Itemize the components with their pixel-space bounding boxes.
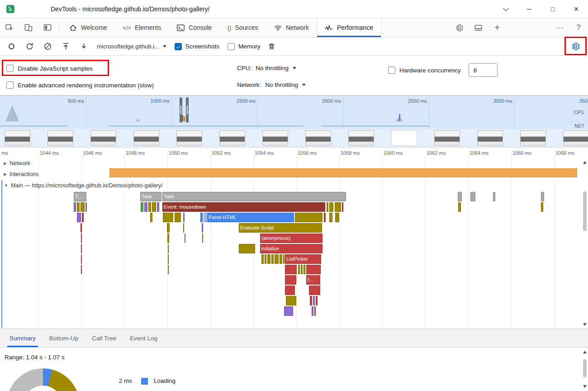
flame-bar[interactable] [200,213,203,222]
record-button[interactable] [5,40,18,53]
scroll-up-icon[interactable] [583,351,587,353]
flame-bar[interactable] [327,202,328,212]
track-main[interactable]: ▼ Main — https://microsoftedge.github.io… [4,182,163,189]
scroll-up-icon[interactable] [583,161,587,164]
tab-network[interactable]: Network [266,18,317,37]
flame-bar[interactable]: Evaluate Script [239,223,322,233]
focus-page-button[interactable] [38,18,57,37]
screenshot-thumbnail[interactable] [434,130,460,146]
flame-bar[interactable] [185,234,185,243]
selection-handle-right[interactable] [186,97,189,123]
memory-option[interactable]: Memory [228,43,261,50]
minimize-button[interactable]: ─ [517,0,541,18]
screenshot-thumbnail[interactable] [305,130,331,146]
advanced-rendering-option[interactable]: Enable advanced rendering instrumentatio… [6,81,154,89]
flame-bar[interactable] [168,244,169,253]
flame-bar[interactable] [85,202,87,212]
flame-bar[interactable] [285,286,295,295]
memory-checkbox[interactable] [228,43,235,50]
tab-event-log[interactable]: Event Log [123,329,164,347]
flame-bar[interactable] [81,202,85,212]
scrollbar-thumb[interactable] [583,191,587,231]
disable-js-samples-option[interactable]: Disable JavaScript samples [6,65,93,72]
flame-bar[interactable] [81,254,82,264]
device-emulation-button[interactable] [19,18,38,37]
flame-bar[interactable] [493,192,495,201]
screenshot-thumbnail[interactable] [348,130,374,146]
flame-bar[interactable]: Parse HTML [207,213,294,222]
flame-bar[interactable] [312,306,313,316]
devtools-settings-button[interactable] [450,18,469,37]
clear-button[interactable] [41,40,54,53]
overview[interactable]: CPU NET 500 ms1000 ms1500 ms2000 ms2500 … [0,95,588,129]
flame-bar[interactable] [310,296,312,305]
flame-bar[interactable]: ListPicker [285,254,321,264]
flame-bar[interactable] [81,223,82,233]
flame-bar[interactable] [150,213,152,222]
screenshot-thumbnail[interactable] [477,130,503,146]
flame-bar[interactable] [175,213,181,222]
flame-bar[interactable]: T... [74,192,86,201]
screenshot-thumbnail[interactable] [133,130,159,146]
flame-bar[interactable] [342,202,343,212]
flame-bar[interactable] [202,223,203,233]
screenshot-thumbnail[interactable] [90,130,116,146]
screenshots-checkbox[interactable] [175,43,182,50]
add-panel-button[interactable]: + [488,18,507,37]
scroll-down-icon[interactable] [583,385,587,388]
titlebar-dropdown-button[interactable] [494,0,517,18]
track-network[interactable]: ▶ Network [4,160,30,167]
screenshot-thumbnail[interactable] [5,130,30,146]
tab-elements[interactable]: </> Elements [115,18,169,37]
capture-settings-button[interactable] [567,39,583,54]
flame-bar[interactable]: (anonymous) [260,234,322,243]
cpu-throttling-select[interactable]: No throttling [256,65,296,72]
flame-bar[interactable] [77,213,81,222]
flame-bar[interactable] [335,202,341,212]
flame-bar[interactable] [329,213,332,222]
flame-bar[interactable] [335,213,339,222]
flame-bar[interactable] [183,213,185,222]
flame-bar[interactable] [313,296,315,305]
flame-bar[interactable] [275,254,279,264]
flame-bar[interactable] [541,202,543,212]
interaction-span[interactable] [109,168,577,177]
flame-bar[interactable] [541,192,544,201]
flame-bar[interactable] [329,202,333,212]
screenshot-thumbnail[interactable] [219,130,245,146]
flame-bar[interactable] [144,202,147,212]
screenshot-thumbnail[interactable] [520,130,546,146]
flame-bar[interactable] [271,254,274,264]
flame-bar[interactable] [239,244,255,253]
flame-bar[interactable] [163,213,173,222]
screenshot-thumbnail[interactable] [262,130,288,146]
flame-bar[interactable] [314,306,316,316]
advanced-rendering-checkbox[interactable] [6,81,14,89]
flame-bar[interactable]: Task [162,192,346,201]
delete-recording-button[interactable] [265,40,279,53]
flame-bar[interactable]: Event: mousedown [162,202,325,212]
flame-bar[interactable] [77,202,80,212]
flame-bar[interactable] [301,265,303,274]
help-button[interactable]: ? [569,18,588,37]
flame-bar[interactable] [280,254,282,264]
scroll-down-icon[interactable] [583,323,587,326]
disable-js-samples-checkbox[interactable] [6,65,14,72]
flame-scrollbar[interactable] [581,159,588,328]
close-button[interactable]: × [564,0,588,18]
flame-bar[interactable] [298,265,300,274]
tab-console[interactable]: Console [169,18,219,37]
flame-bar[interactable] [306,265,321,274]
flame-bar[interactable] [167,234,169,243]
dock-layout-button[interactable] [469,18,488,37]
flame-bar[interactable] [204,213,207,222]
flame-bar[interactable] [470,192,475,201]
flame-bar[interactable] [285,265,297,274]
tab-welcome[interactable]: Welcome [61,18,115,37]
flame-bar[interactable]: initialize [260,244,322,253]
flame-bar[interactable] [81,234,82,243]
save-profile-button[interactable] [77,40,90,53]
flame-bar[interactable] [167,223,170,233]
network-throttling-select[interactable]: No throttling [265,81,306,88]
flame-bar[interactable]: Task [140,192,161,201]
